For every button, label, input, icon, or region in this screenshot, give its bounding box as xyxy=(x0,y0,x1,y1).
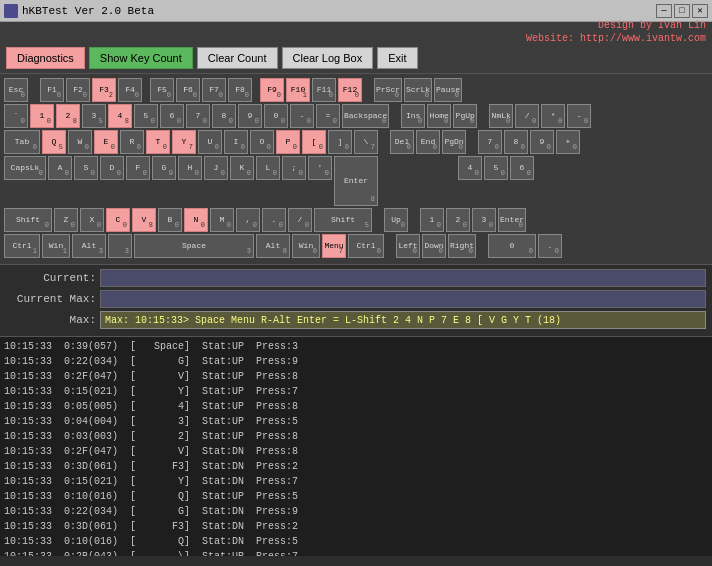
key-lshift[interactable]: Shift0 xyxy=(4,208,52,232)
key-n[interactable]: N0 xyxy=(184,208,208,232)
clear-log-button[interactable]: Clear Log Box xyxy=(282,47,374,69)
key-l[interactable]: L0 xyxy=(256,156,280,180)
key-k[interactable]: K0 xyxy=(230,156,254,180)
key-menu[interactable]: Menu7 xyxy=(322,234,346,258)
key-x[interactable]: X0 xyxy=(80,208,104,232)
key-q[interactable]: Q5 xyxy=(42,130,66,154)
key-equals[interactable]: =0 xyxy=(316,104,340,128)
key-slash[interactable]: /0 xyxy=(288,208,312,232)
maximize-button[interactable]: □ xyxy=(674,4,690,18)
key-num4[interactable]: 40 xyxy=(458,156,482,180)
key-num9[interactable]: 90 xyxy=(530,130,554,154)
key-pgdn[interactable]: PgDn0 xyxy=(442,130,466,154)
key-left[interactable]: Left0 xyxy=(396,234,420,258)
key-i[interactable]: I0 xyxy=(224,130,248,154)
key-del[interactable]: Del0 xyxy=(390,130,414,154)
minimize-button[interactable]: — xyxy=(656,4,672,18)
key-right[interactable]: Right0 xyxy=(448,234,476,258)
key-4[interactable]: 48 xyxy=(108,104,132,128)
key-backslash[interactable]: \7 xyxy=(354,130,378,154)
key-prtscr[interactable]: PrScr0 xyxy=(374,78,402,102)
key-ralt[interactable]: Alt8 xyxy=(256,234,290,258)
key-3[interactable]: 35 xyxy=(82,104,106,128)
key-f4[interactable]: F40 xyxy=(118,78,142,102)
key-f5[interactable]: F50 xyxy=(150,78,174,102)
key-rbracket[interactable]: ]0 xyxy=(328,130,352,154)
key-0[interactable]: 00 xyxy=(264,104,288,128)
key-c[interactable]: C0 xyxy=(106,208,130,232)
key-num2[interactable]: 20 xyxy=(446,208,470,232)
key-rctrl[interactable]: Ctrl0 xyxy=(348,234,384,258)
key-5[interactable]: 50 xyxy=(134,104,158,128)
close-button[interactable]: ✕ xyxy=(692,4,708,18)
key-backtick[interactable]: `0 xyxy=(4,104,28,128)
key-home[interactable]: Home0 xyxy=(427,104,451,128)
key-f2[interactable]: F20 xyxy=(66,78,90,102)
key-lalt2[interactable]: 3 xyxy=(108,234,132,258)
key-p[interactable]: P0 xyxy=(276,130,300,154)
key-f10[interactable]: F101 xyxy=(286,78,310,102)
key-f7[interactable]: F70 xyxy=(202,78,226,102)
key-t[interactable]: T0 xyxy=(146,130,170,154)
key-z[interactable]: Z0 xyxy=(54,208,78,232)
key-numdot[interactable]: .0 xyxy=(538,234,562,258)
key-quote[interactable]: '0 xyxy=(308,156,332,180)
key-d[interactable]: D0 xyxy=(100,156,124,180)
key-pgup[interactable]: PgUp0 xyxy=(453,104,477,128)
key-f3[interactable]: F32 xyxy=(92,78,116,102)
key-scrlk[interactable]: ScrLk0 xyxy=(404,78,432,102)
key-tab[interactable]: Tab0 xyxy=(4,130,40,154)
key-7[interactable]: 70 xyxy=(186,104,210,128)
key-9[interactable]: 90 xyxy=(238,104,262,128)
show-key-count-button[interactable]: Show Key Count xyxy=(89,47,193,69)
key-rshift[interactable]: Shift5 xyxy=(314,208,372,232)
log-area[interactable]: 10:15:33 0:39(057) [ Space] Stat:UP Pres… xyxy=(0,336,712,556)
key-f11[interactable]: F110 xyxy=(312,78,336,102)
key-f12[interactable]: F120 xyxy=(338,78,362,102)
key-e[interactable]: E0 xyxy=(94,130,118,154)
key-8[interactable]: 80 xyxy=(212,104,236,128)
key-down[interactable]: Down0 xyxy=(422,234,446,258)
key-w[interactable]: W0 xyxy=(68,130,92,154)
key-m[interactable]: M0 xyxy=(210,208,234,232)
key-numenter[interactable]: Enter0 xyxy=(498,208,526,232)
clear-count-button[interactable]: Clear Count xyxy=(197,47,278,69)
current-input[interactable] xyxy=(100,269,706,287)
key-f9[interactable]: F90 xyxy=(260,78,284,102)
key-lctrl[interactable]: Ctrl1 xyxy=(4,234,40,258)
key-num1[interactable]: 10 xyxy=(420,208,444,232)
key-numplus[interactable]: +0 xyxy=(556,130,580,154)
key-ins[interactable]: Ins0 xyxy=(401,104,425,128)
key-numminus[interactable]: -0 xyxy=(567,104,591,128)
key-u[interactable]: U0 xyxy=(198,130,222,154)
key-esc[interactable]: Esc0 xyxy=(4,78,28,102)
key-lwin[interactable]: Win1 xyxy=(42,234,70,258)
key-num0[interactable]: 00 xyxy=(488,234,536,258)
key-r[interactable]: R0 xyxy=(120,130,144,154)
key-f6[interactable]: F60 xyxy=(176,78,200,102)
key-period[interactable]: .0 xyxy=(262,208,286,232)
key-v[interactable]: V8 xyxy=(132,208,156,232)
key-2[interactable]: 28 xyxy=(56,104,80,128)
key-semicolon[interactable]: ;0 xyxy=(282,156,306,180)
key-capslock[interactable]: CapsLk0 xyxy=(4,156,46,180)
key-num8[interactable]: 80 xyxy=(504,130,528,154)
key-num7[interactable]: 70 xyxy=(478,130,502,154)
key-a[interactable]: A0 xyxy=(48,156,72,180)
key-y[interactable]: Y7 xyxy=(172,130,196,154)
key-b[interactable]: B0 xyxy=(158,208,182,232)
key-f1[interactable]: F10 xyxy=(40,78,64,102)
current-max-input[interactable] xyxy=(100,290,706,308)
key-numstar[interactable]: *0 xyxy=(541,104,565,128)
key-1[interactable]: 10 xyxy=(30,104,54,128)
key-s[interactable]: S0 xyxy=(74,156,98,180)
key-rwin[interactable]: Win0 xyxy=(292,234,320,258)
key-g[interactable]: G9 xyxy=(152,156,176,180)
key-space[interactable]: Space3 xyxy=(134,234,254,258)
key-lbracket[interactable]: [0 xyxy=(302,130,326,154)
key-comma[interactable]: ,0 xyxy=(236,208,260,232)
key-pause[interactable]: Pause0 xyxy=(434,78,462,102)
key-f8[interactable]: F80 xyxy=(228,78,252,102)
key-enter[interactable]: Enter8 xyxy=(334,156,378,206)
key-backspace[interactable]: Backspace0 xyxy=(342,104,389,128)
